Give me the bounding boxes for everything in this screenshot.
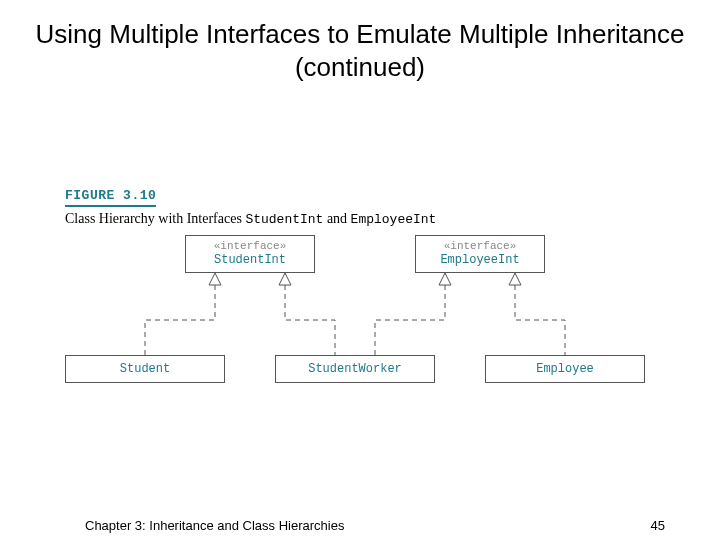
slide-title: Using Multiple Interfaces to Emulate Mul…	[0, 0, 720, 83]
figure-block: FIGURE 3.10 Class Hierarchy with Interfa…	[65, 185, 655, 405]
class-name-studentworker: StudentWorker	[282, 362, 428, 377]
page-number: 45	[651, 518, 665, 533]
svg-marker-2	[439, 273, 451, 285]
class-box-student: Student	[65, 355, 225, 383]
svg-marker-0	[209, 273, 221, 285]
figure-caption-prefix: Class Hierarchy with Interfaces	[65, 211, 245, 226]
figure-caption-iface2: EmployeeInt	[351, 212, 437, 227]
figure-label: FIGURE 3.10	[65, 188, 156, 207]
class-box-employee: Employee	[485, 355, 645, 383]
class-box-studentworker: StudentWorker	[275, 355, 435, 383]
interface-name-studentint: StudentInt	[192, 253, 308, 268]
figure-caption: Class Hierarchy with Interfaces StudentI…	[65, 211, 655, 227]
interface-name-employeeint: EmployeeInt	[422, 253, 538, 268]
svg-marker-3	[509, 273, 521, 285]
interface-box-studentint: «interface» StudentInt	[185, 235, 315, 273]
uml-diagram: «interface» StudentInt «interface» Emplo…	[65, 235, 655, 405]
stereotype-label: «interface»	[192, 240, 308, 254]
svg-marker-1	[279, 273, 291, 285]
figure-caption-and: and	[323, 211, 350, 226]
class-name-employee: Employee	[492, 362, 638, 377]
interface-box-employeeint: «interface» EmployeeInt	[415, 235, 545, 273]
class-name-student: Student	[72, 362, 218, 377]
stereotype-label: «interface»	[422, 240, 538, 254]
chapter-label: Chapter 3: Inheritance and Class Hierarc…	[85, 518, 344, 533]
figure-caption-iface1: StudentInt	[245, 212, 323, 227]
